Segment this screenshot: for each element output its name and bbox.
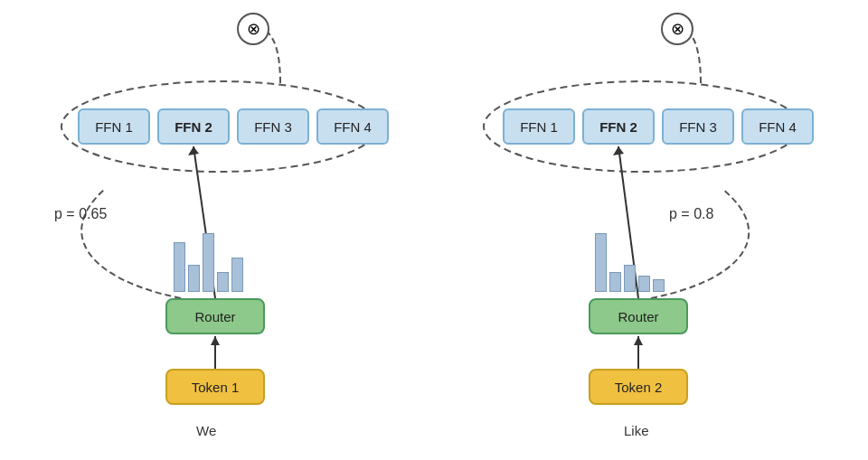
left-ffn1: FFN 1 (78, 108, 150, 145)
left-ffn4: FFN 4 (316, 108, 389, 145)
bar (174, 242, 185, 292)
left-ffn3: FFN 3 (237, 108, 309, 145)
right-ffn3: FFN 3 (662, 108, 734, 145)
bar (203, 233, 214, 292)
right-word-label: Like (624, 423, 649, 438)
right-bar-chart (595, 229, 665, 292)
left-ffn2: FFN 2 (157, 108, 230, 145)
bar (638, 276, 650, 292)
svg-marker-9 (613, 146, 624, 155)
bar (217, 272, 229, 292)
right-multiply: ⊗ (661, 13, 693, 45)
right-ffn4: FFN 4 (741, 108, 814, 145)
svg-marker-3 (188, 146, 199, 155)
left-router: Router (165, 298, 265, 334)
left-bar-chart (174, 229, 243, 292)
bar (609, 272, 621, 292)
svg-marker-11 (634, 336, 643, 345)
svg-marker-5 (211, 336, 220, 345)
left-multiply: ⊗ (237, 13, 269, 45)
right-ffn2: FFN 2 (582, 108, 655, 145)
left-p-label: p = 0.65 (54, 206, 107, 222)
bar (595, 233, 607, 292)
right-token: Token 2 (589, 369, 688, 405)
bar (653, 279, 665, 292)
bar (624, 265, 636, 292)
bar (231, 258, 243, 292)
bar (188, 265, 200, 292)
diagram: FFN 1 FFN 2 FFN 3 FFN 4 ⊗ Router Token 1… (0, 0, 868, 460)
right-ffn1: FFN 1 (503, 108, 575, 145)
arrows-svg (0, 0, 868, 460)
right-p-label: p = 0.8 (669, 206, 713, 222)
right-router: Router (589, 298, 688, 334)
left-token: Token 1 (165, 369, 265, 405)
left-word-label: We (196, 423, 216, 438)
